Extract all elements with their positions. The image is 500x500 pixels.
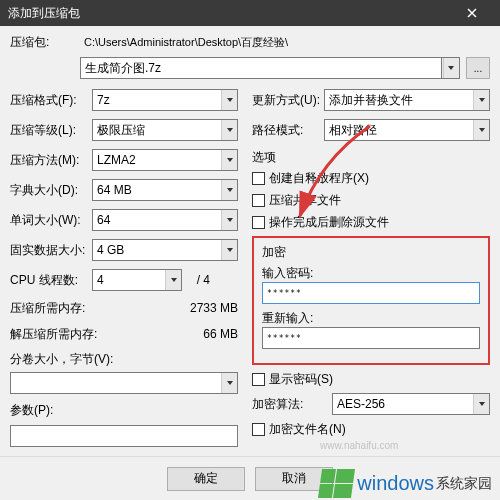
archive-path: C:\Users\Administrator\Desktop\百度经验\ [84, 35, 288, 50]
dialog-content: 压缩包: C:\Users\Administrator\Desktop\百度经验… [0, 26, 500, 456]
params-label: 参数(P): [10, 402, 238, 419]
password-input[interactable] [262, 282, 480, 304]
password-label: 输入密码: [262, 265, 480, 282]
format-dropdown[interactable]: 7z [92, 89, 238, 111]
encryption-title: 加密 [262, 244, 480, 261]
pathmode-label: 路径模式: [252, 122, 324, 139]
mem-decomp-value: 66 MB [178, 327, 238, 341]
window-title: 添加到压缩包 [8, 5, 80, 22]
method-label: 压缩方法(M): [10, 152, 92, 169]
split-combobox[interactable] [10, 372, 238, 394]
dict-dropdown[interactable]: 64 MB [92, 179, 238, 201]
checkbox-icon [252, 172, 265, 185]
browse-button[interactable]: ... [466, 57, 490, 79]
dict-label: 字典大小(D): [10, 182, 92, 199]
password-confirm-label: 重新输入: [262, 310, 480, 327]
archive-dropdown-button[interactable] [442, 57, 460, 79]
checkbox-icon [252, 373, 265, 386]
solid-dropdown[interactable]: 4 GB [92, 239, 238, 261]
solid-label: 固实数据大小: [10, 242, 92, 259]
options-group-label: 选项 [252, 149, 490, 166]
pathmode-dropdown[interactable]: 相对路径 [324, 119, 490, 141]
close-icon [467, 8, 477, 18]
mem-comp-label: 压缩所需内存: [10, 300, 178, 317]
sfx-checkbox-row[interactable]: 创建自释放程序(X) [252, 170, 490, 186]
cpu-dropdown[interactable]: 4 [92, 269, 182, 291]
checkbox-icon [252, 423, 265, 436]
enc-algo-label: 加密算法: [252, 396, 332, 413]
params-input[interactable] [10, 425, 238, 447]
watermark-logo: windows 系统家园 [320, 469, 492, 498]
mem-decomp-label: 解压缩所需内存: [10, 326, 178, 343]
level-dropdown[interactable]: 极限压缩 [92, 119, 238, 141]
windows-logo-icon [318, 469, 355, 498]
checkbox-icon [252, 194, 265, 207]
split-label: 分卷大小，字节(V): [10, 351, 238, 368]
mem-comp-value: 2733 MB [178, 301, 238, 315]
show-password-checkbox[interactable]: 显示密码(S) [252, 371, 490, 387]
word-label: 单词大小(W): [10, 212, 92, 229]
encrypt-names-checkbox[interactable]: 加密文件名(N) [252, 421, 490, 437]
close-button[interactable] [452, 0, 492, 26]
share-checkbox-row[interactable]: 压缩共享文件 [252, 192, 490, 208]
method-dropdown[interactable]: LZMA2 [92, 149, 238, 171]
update-label: 更新方式(U): [252, 92, 324, 109]
right-column: 更新方式(U): 添加并替换文件 路径模式: 相对路径 选项 创建自释放程序(X… [252, 89, 490, 447]
archive-name-input[interactable] [80, 57, 442, 79]
level-label: 压缩等级(L): [10, 122, 92, 139]
format-label: 压缩格式(F): [10, 92, 92, 109]
ok-button[interactable]: 确定 [167, 467, 245, 491]
enc-algo-dropdown[interactable]: AES-256 [332, 393, 490, 415]
cpu-max: / 4 [182, 273, 210, 287]
checkbox-icon [252, 216, 265, 229]
encryption-group: 加密 输入密码: 重新输入: [252, 236, 490, 365]
title-bar: 添加到压缩包 [0, 0, 500, 26]
archive-label: 压缩包: [10, 34, 80, 51]
cpu-label: CPU 线程数: [10, 272, 92, 289]
word-dropdown[interactable]: 64 [92, 209, 238, 231]
delete-checkbox-row[interactable]: 操作完成后删除源文件 [252, 214, 490, 230]
update-dropdown[interactable]: 添加并替换文件 [324, 89, 490, 111]
password-confirm-input[interactable] [262, 327, 480, 349]
left-column: 压缩格式(F): 7z 压缩等级(L): 极限压缩 压缩方法(M): LZMA2… [10, 89, 238, 447]
